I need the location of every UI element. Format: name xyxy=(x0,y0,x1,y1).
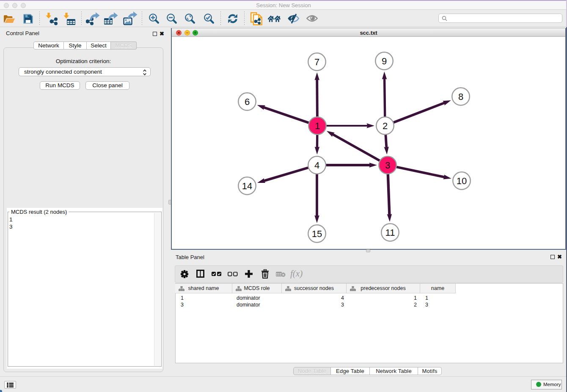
svg-text:8: 8 xyxy=(458,91,463,102)
svg-text:11: 11 xyxy=(385,227,395,238)
svg-text:1: 1 xyxy=(315,121,320,131)
svg-text:10: 10 xyxy=(457,176,467,186)
svg-text:7: 7 xyxy=(314,57,319,67)
svg-text:9: 9 xyxy=(382,56,387,66)
svg-text:15: 15 xyxy=(312,229,322,239)
svg-text:3: 3 xyxy=(385,160,390,171)
svg-text:4: 4 xyxy=(314,160,319,171)
svg-text:14: 14 xyxy=(242,181,252,191)
svg-text:2: 2 xyxy=(383,121,388,131)
svg-text:6: 6 xyxy=(245,97,250,107)
